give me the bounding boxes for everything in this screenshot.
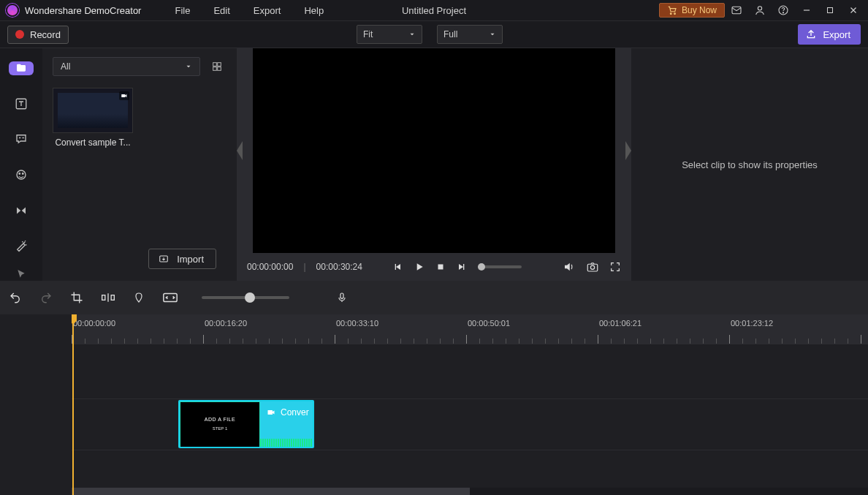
redo-icon[interactable] [39, 291, 53, 304]
app-title: Wondershare DemoCreator [25, 5, 141, 16]
snapshot-icon[interactable] [586, 260, 599, 273]
mail-icon[interactable] [726, 0, 747, 20]
upload-icon [805, 29, 817, 40]
split-icon[interactable] [101, 291, 115, 304]
timeline-scrollbar[interactable] [72, 488, 868, 495]
fullscreen-icon[interactable] [609, 261, 621, 273]
prev-frame-icon[interactable] [392, 261, 403, 273]
voiceover-mic-icon[interactable] [336, 290, 348, 305]
svg-point-5 [783, 12, 783, 13]
maximize-icon[interactable] [820, 0, 840, 20]
svg-rect-14 [218, 67, 221, 71]
main-toolbar: Record Fit Full Export [0, 20, 868, 48]
import-label: Import [177, 254, 204, 265]
clip-thumb-subtext: STEP 1 [180, 426, 259, 431]
minimize-icon[interactable] [796, 0, 817, 20]
play-icon[interactable] [414, 261, 425, 273]
svg-point-9 [19, 173, 20, 175]
media-item[interactable]: Convert sample T... [53, 88, 133, 148]
timeline-body[interactable]: 00:00:00:0000:00:16:2000:00:33:1000:00:5… [72, 314, 868, 495]
ruler-label: 00:01:23:12 [731, 319, 773, 328]
timeline-toolbar [0, 281, 868, 314]
rail-transition-icon[interactable] [9, 203, 34, 217]
marker-icon[interactable] [133, 291, 145, 304]
preview-screen[interactable] [253, 48, 615, 253]
import-button[interactable]: Import [148, 249, 216, 269]
rail-media-icon[interactable] [9, 61, 34, 75]
quality-dropdown[interactable]: Full [437, 25, 503, 44]
timeline-ruler[interactable]: 00:00:00:0000:00:16:2000:00:33:1000:00:5… [72, 314, 868, 344]
preview-progress-slider[interactable] [478, 265, 522, 268]
help-icon[interactable] [773, 0, 793, 20]
ruler-label: 00:01:06:21 [599, 319, 642, 328]
record-dot-icon [15, 30, 24, 39]
undo-icon[interactable] [9, 291, 22, 304]
quality-dropdown-label: Full [443, 29, 457, 39]
svg-rect-26 [268, 410, 273, 415]
fit-dropdown-label: Fit [363, 29, 373, 39]
rail-effects-icon[interactable] [9, 239, 34, 253]
playhead[interactable] [72, 314, 74, 495]
properties-empty-text: Select clip to show its properties [682, 159, 818, 170]
timeline-zoom-slider[interactable] [202, 296, 289, 299]
svg-rect-23 [340, 293, 343, 298]
rail-cursor-icon[interactable] [9, 267, 34, 281]
next-frame-icon[interactable] [456, 261, 468, 273]
account-icon[interactable] [750, 0, 770, 20]
view-grid-icon[interactable] [208, 57, 226, 76]
video-badge-icon [119, 91, 129, 100]
stop-icon[interactable] [435, 262, 446, 272]
clip-thumb-text: ADD A FILE [180, 417, 259, 422]
clip-waveform [260, 434, 313, 447]
clip-thumbnail: ADD A FILE STEP 1 [180, 402, 259, 447]
track-02[interactable]: 02 ADD A FILE STEP 1 Conver [72, 398, 868, 450]
media-panel: All Convert sample T... Import [42, 48, 237, 281]
rail-caption-icon[interactable] [9, 132, 34, 146]
close-icon[interactable] [843, 0, 864, 20]
svg-rect-12 [218, 63, 221, 67]
menu-edit[interactable]: Edit [213, 5, 229, 16]
export-button[interactable]: Export [798, 24, 861, 45]
menu-help[interactable]: Help [304, 5, 324, 16]
preview-viewport [237, 48, 631, 253]
chevron-down-icon [489, 31, 496, 38]
svg-point-1 [674, 13, 676, 15]
clip-title-label: Conver [281, 407, 309, 417]
properties-panel: Select clip to show its properties [631, 48, 868, 281]
menu-export[interactable]: Export [254, 5, 281, 16]
preview-collapse-left-icon[interactable] [237, 141, 243, 160]
preview-collapse-right-icon[interactable] [625, 141, 631, 160]
svg-rect-2 [732, 7, 741, 13]
record-button[interactable]: Record [7, 26, 69, 44]
media-item-label: Convert sample T... [53, 137, 133, 148]
preview-position: 00:00:00:00 [247, 262, 293, 272]
crop-icon[interactable] [70, 291, 83, 304]
svg-rect-21 [111, 295, 114, 301]
volume-icon[interactable] [563, 260, 576, 273]
svg-point-10 [23, 173, 24, 175]
svg-rect-20 [102, 295, 105, 301]
menu-file[interactable]: File [175, 5, 190, 16]
fit-dropdown[interactable]: Fit [357, 25, 422, 44]
rail-text-icon[interactable] [9, 97, 34, 111]
buy-now-label: Buy Now [682, 5, 717, 15]
ruler-label: 00:00:50:01 [468, 319, 510, 328]
ruler-label: 00:00:16:20 [205, 319, 247, 328]
svg-point-19 [590, 265, 594, 269]
media-filter-dropdown[interactable]: All [53, 57, 200, 76]
clip-video-icon [266, 408, 276, 417]
chevron-down-icon [408, 31, 416, 38]
ruler-label: 00:00:00:00 [73, 319, 115, 328]
svg-rect-6 [828, 8, 833, 13]
preview-panel: 00:00:00:00 | 00:00:30:24 [237, 48, 631, 281]
fit-timeline-icon[interactable] [162, 292, 178, 303]
chevron-down-icon [185, 63, 192, 70]
svg-point-0 [670, 13, 671, 15]
preview-separator: | [303, 262, 305, 272]
svg-rect-17 [438, 265, 443, 270]
rail-sticker-icon[interactable] [9, 168, 34, 182]
project-title: Untitled Project [402, 5, 466, 16]
buy-now-button[interactable]: Buy Now [659, 3, 725, 18]
timeline-clip[interactable]: ADD A FILE STEP 1 Conver [178, 400, 314, 448]
track-spacer [72, 344, 868, 398]
